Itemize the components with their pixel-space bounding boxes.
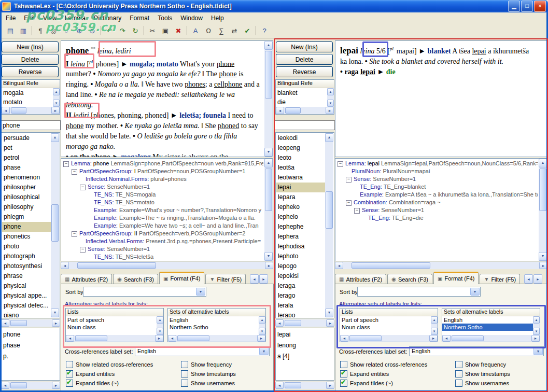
checkbox-box[interactable]	[181, 370, 188, 377]
tree-toggle-icon[interactable]: −	[80, 185, 86, 190]
scroll-left-icon[interactable]: ◄	[276, 107, 284, 114]
list-item[interactable]: phrase	[2, 271, 51, 281]
list-item[interactable]: blanket	[276, 88, 327, 97]
checkbox-show-usernames[interactable]: Show usernames	[181, 379, 236, 388]
tab-filter[interactable]: ▼Filter (F5)	[205, 274, 246, 284]
list-item[interactable]: leraga	[276, 281, 325, 291]
list-item[interactable]: lepara	[276, 192, 325, 202]
scroll-up-icon[interactable]: ▲	[51, 133, 59, 142]
tree-toggle-icon[interactable]: −	[354, 208, 360, 214]
list-item[interactable]: physical appe...	[2, 291, 51, 301]
chevron-down-icon[interactable]: ▼	[470, 288, 480, 296]
tree-node[interactable]: TE_NS: TE_NS=mogala	[62, 191, 263, 199]
list-item[interactable]: phenomenon	[2, 173, 51, 183]
list-item[interactable]: Noun class	[340, 324, 431, 331]
list-item[interactable]: lerago	[276, 291, 325, 301]
list-item[interactable]: leoto	[276, 153, 325, 163]
tab-attributes[interactable]: ▦Attributes (F2)	[61, 274, 112, 284]
list-item[interactable]: lephoto	[276, 251, 325, 261]
delete-icon[interactable]: ✖	[172, 24, 185, 37]
scroll-up-icon[interactable]: ▲	[539, 159, 547, 167]
list-item[interactable]: Part of speech	[66, 316, 157, 324]
bilingual-scrollbar[interactable]: ▲ ▼	[327, 88, 334, 107]
scrollbar-thumb[interactable]	[285, 320, 301, 326]
tree-toggle-icon[interactable]: −	[338, 161, 343, 167]
delete-entry-button[interactable]: Delete	[2, 54, 59, 65]
list-item[interactable]: leotša	[276, 163, 325, 173]
validate-icon[interactable]: ✔	[241, 24, 254, 37]
sort-by-combobox[interactable]: ▼	[357, 287, 481, 297]
list-item[interactable]: photosynthesi	[2, 261, 51, 271]
list-item[interactable]: physical	[2, 281, 51, 291]
list-item[interactable]: phonetics	[2, 232, 51, 242]
list-item[interactable]: philosophical	[2, 192, 51, 202]
zoom-in-icon[interactable]: ⊕	[73, 24, 86, 37]
menu-dictionary[interactable]: Dictionary	[90, 13, 125, 23]
copy-icon[interactable]: ▣	[159, 24, 172, 37]
scroll-down-icon[interactable]: ▼	[264, 148, 273, 157]
scroll-right-icon[interactable]: ►	[257, 335, 265, 342]
tree-toggle-icon[interactable]: −	[80, 247, 86, 253]
scroll-left-icon[interactable]: ◄	[442, 335, 451, 342]
list-item[interactable]: Northern Sotho	[442, 324, 533, 331]
scroll-left-icon[interactable]: ◄	[335, 262, 343, 269]
tab-format[interactable]: ▣Format (F4)	[159, 272, 205, 284]
sort-by-combobox[interactable]: ▼	[83, 287, 206, 297]
list-item[interactable]: leokodi	[276, 133, 325, 143]
scroll-down-icon[interactable]: ▼	[431, 328, 438, 335]
checkbox-box[interactable]	[340, 361, 347, 368]
lists-listbox-scrollbar[interactable]: ▲ ▼	[157, 316, 163, 335]
tab-filter[interactable]: ▼Filter (F5)	[480, 274, 520, 284]
close-icon[interactable]: ×	[534, 1, 546, 12]
scroll-up-icon[interactable]: ▲	[533, 316, 540, 324]
list-item[interactable]: lephera	[276, 232, 325, 242]
checkbox-show-related-cross-references[interactable]: Show related cross-references	[340, 360, 455, 369]
scroll-right-icon[interactable]: ►	[51, 107, 60, 114]
tab-attributes[interactable]: ▦Attributes (F2)	[335, 274, 386, 284]
list-item[interactable]: persuade	[2, 133, 51, 143]
tab-scroll-right-icon[interactable]: ►	[533, 274, 542, 284]
list-item[interactable]: lephephe	[276, 222, 325, 232]
scroll-down-icon[interactable]: ▼	[259, 328, 265, 335]
tab-scroll-left-icon[interactable]: ◄	[524, 274, 533, 284]
scrollbar-thumb[interactable]	[265, 51, 272, 99]
scroll-down-icon[interactable]: ▼	[325, 309, 333, 317]
scroll-left-icon[interactable]: ◄	[340, 335, 348, 342]
tree-toggle-icon[interactable]: −	[63, 161, 69, 167]
save-icon[interactable]: ▤	[4, 24, 17, 37]
new-entry-button[interactable]: New (Ins)	[276, 41, 333, 52]
list-item[interactable]: physical defec...	[2, 301, 51, 311]
scroll-left-icon[interactable]: ◄	[61, 262, 69, 269]
scrollbar-thumb[interactable]	[285, 382, 301, 388]
list-item[interactable]: Part of speech	[340, 316, 431, 324]
list-item[interactable]: motato	[2, 97, 53, 107]
scroll-right-icon[interactable]: ►	[326, 382, 334, 389]
menu-help[interactable]: Help	[207, 13, 228, 23]
list-item[interactable]: lepheko	[276, 202, 325, 212]
scroll-right-icon[interactable]: ►	[539, 262, 547, 269]
lists-listbox-hscrollbar[interactable]: ◄►	[340, 335, 438, 342]
scrollbar-thumb[interactable]	[10, 320, 27, 326]
new-entry-button[interactable]: New (Ins)	[2, 41, 59, 52]
tree-node[interactable]: TE_Eng: TE_Eng=die	[336, 214, 538, 222]
preview-icon[interactable]: ◎	[47, 24, 60, 37]
scroll-right-icon[interactable]: ►	[52, 319, 60, 327]
help-icon[interactable]: ?	[258, 24, 271, 37]
chevron-down-icon[interactable]: ▼	[196, 288, 205, 296]
list-item[interactable]: die	[276, 97, 327, 107]
checkbox-box[interactable]	[455, 361, 462, 368]
scroll-left-icon[interactable]: ◄	[2, 107, 10, 114]
tree-toggle-icon[interactable]: −	[72, 169, 77, 175]
tree-toggle-icon[interactable]: −	[346, 177, 352, 183]
scroll-up-icon[interactable]: ▲	[259, 316, 265, 324]
list-item[interactable]: lepai	[276, 329, 334, 340]
menu-tools[interactable]: Tools	[153, 13, 176, 23]
list-item[interactable]: phase	[2, 163, 51, 173]
tab-format[interactable]: ▣Format (F4)	[433, 272, 479, 284]
menu-view[interactable]: View	[39, 13, 61, 23]
tree-node[interactable]: −Sense: SenseNumber=1	[62, 245, 263, 253]
checkbox-box[interactable]: ✔	[340, 370, 347, 377]
redo-icon[interactable]: ↷	[116, 24, 129, 37]
zoom-out-icon[interactable]: ⊖	[86, 24, 99, 37]
recent-list-hscrollbar[interactable]: ◄►	[275, 382, 334, 389]
